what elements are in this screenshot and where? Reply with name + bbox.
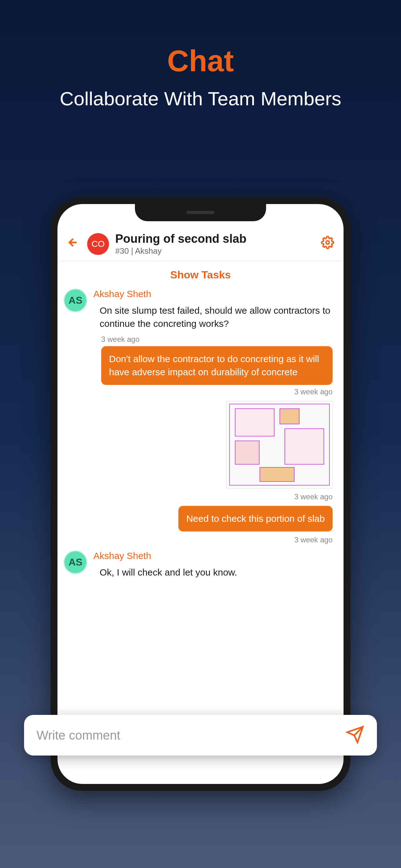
app-content: CO Pouring of second slab #30 | Akshay S… <box>58 204 343 784</box>
floorplan-icon <box>229 404 330 486</box>
show-tasks-button[interactable]: Show Tasks <box>58 261 343 289</box>
sender-avatar: AS <box>64 289 87 312</box>
back-arrow-icon[interactable] <box>67 236 79 252</box>
phone-notch <box>135 204 266 221</box>
message-timestamp: 3 week ago <box>64 535 337 544</box>
sender-avatar: AS <box>64 551 87 574</box>
comment-input[interactable] <box>37 728 346 742</box>
send-icon[interactable] <box>346 725 364 745</box>
phone-frame: CO Pouring of second slab #30 | Akshay S… <box>51 197 350 791</box>
message-sent-bubble: Don't allow the contractor to do concret… <box>101 346 333 385</box>
comment-input-bar <box>24 715 377 755</box>
sender-name: Akshay Sheth <box>93 289 337 299</box>
marketing-title: Chat <box>167 44 234 78</box>
phone-screen: CO Pouring of second slab #30 | Akshay S… <box>58 204 343 784</box>
message-received: AS Akshay Sheth Ok, I will check and let… <box>64 551 337 579</box>
message-text: On site slump test failed, should we all… <box>93 304 337 330</box>
header-text: Pouring of second slab #30 | Akshay <box>115 232 321 256</box>
chat-header: CO Pouring of second slab #30 | Akshay <box>58 227 343 261</box>
svg-point-0 <box>326 241 330 244</box>
chat-subtitle: #30 | Akshay <box>115 246 321 256</box>
marketing-subtitle: Collaborate With Team Members <box>60 88 341 110</box>
message-received: AS Akshay Sheth On site slump test faile… <box>64 289 337 330</box>
chat-title: Pouring of second slab <box>115 232 321 246</box>
message-sent-bubble: Need to check this portion of slab <box>178 506 333 531</box>
message-image-attachment[interactable] <box>226 401 333 488</box>
messages-container[interactable]: AS Akshay Sheth On site slump test faile… <box>58 289 343 784</box>
chat-avatar: CO <box>87 233 109 255</box>
message-timestamp: 3 week ago <box>64 492 337 501</box>
message-text: Ok, I will check and let you know. <box>93 566 337 579</box>
message-timestamp: 3 week ago <box>101 335 337 344</box>
message-timestamp: 3 week ago <box>64 388 337 396</box>
message-content: Akshay Sheth Ok, I will check and let yo… <box>93 551 337 579</box>
sender-name: Akshay Sheth <box>93 551 337 561</box>
message-content: Akshay Sheth On site slump test failed, … <box>93 289 337 330</box>
settings-gear-icon[interactable] <box>321 236 334 252</box>
